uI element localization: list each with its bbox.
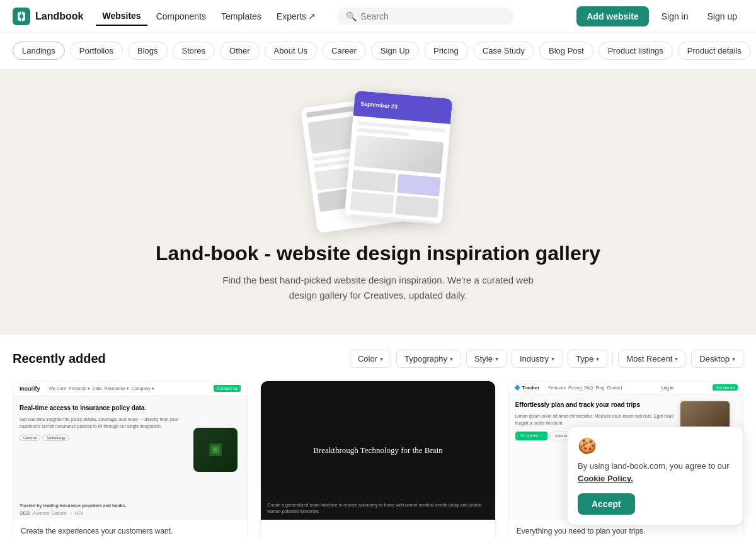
industry-filter-label: Industry bbox=[520, 354, 549, 363]
card1-logo: Insurify bbox=[20, 386, 40, 392]
most-recent-label: Most Recent bbox=[626, 354, 672, 363]
chevron-icon: ▾ bbox=[380, 355, 383, 362]
cookie-icon: 🍪 bbox=[578, 437, 733, 455]
nav-links: Websites Components Templates Experts ↗ bbox=[96, 7, 322, 26]
chevron-icon: ▾ bbox=[732, 355, 735, 362]
card1-heading: Real-time access to insurance policy dat… bbox=[20, 404, 184, 413]
card1-tags: General Technology bbox=[20, 435, 184, 441]
chevron-icon: ▾ bbox=[675, 355, 678, 362]
card-1-image: Insurify We CareProducts ▾DataResources … bbox=[13, 381, 247, 520]
mockup-front: September 23 bbox=[345, 91, 453, 225]
type-filter[interactable]: Type ▾ bbox=[568, 350, 607, 368]
nav-templates[interactable]: Templates bbox=[215, 8, 268, 25]
hero-section: September 23 Land-book - website design … bbox=[0, 69, 756, 335]
category-bar: Landings Portfolios Blogs Stores Other A… bbox=[0, 33, 756, 69]
card3-description: Lorem ipsum dolor sit amet consectetur. … bbox=[515, 413, 673, 426]
desktop-label: Desktop bbox=[699, 354, 730, 363]
filter-divider bbox=[612, 353, 613, 365]
type-filter-label: Type bbox=[576, 354, 593, 363]
search-icon: 🔍 bbox=[346, 11, 357, 21]
nav-right: Add website Sign in Sign up bbox=[576, 6, 743, 26]
color-filter-label: Color bbox=[358, 354, 377, 363]
cat-product-details[interactable]: Product details bbox=[678, 42, 751, 60]
hero-mockup: September 23 bbox=[309, 94, 447, 227]
cookie-accept-button[interactable]: Accept bbox=[578, 493, 635, 515]
navigation: Landbook Websites Components Templates E… bbox=[0, 0, 756, 33]
style-filter[interactable]: Style ▾ bbox=[466, 350, 507, 368]
card3-heading: Effortlessly plan and track your road tr… bbox=[515, 401, 673, 409]
logo[interactable]: Landbook bbox=[13, 8, 83, 25]
gallery-title: Recently added bbox=[13, 352, 106, 366]
card3-cta: Get started bbox=[713, 384, 738, 391]
cat-sign-up[interactable]: Sign Up bbox=[371, 42, 419, 60]
cat-pricing[interactable]: Pricing bbox=[424, 42, 468, 60]
nav-websites[interactable]: Websites bbox=[96, 7, 147, 26]
svg-rect-4 bbox=[214, 449, 217, 451]
color-filter[interactable]: Color ▾ bbox=[350, 350, 391, 368]
chevron-icon: ▾ bbox=[551, 355, 554, 362]
add-website-button[interactable]: Add website bbox=[576, 6, 648, 26]
chevron-icon: ▾ bbox=[495, 355, 498, 362]
style-filter-label: Style bbox=[474, 354, 493, 363]
typography-filter-label: Typography bbox=[404, 354, 447, 363]
cat-product-listings[interactable]: Product listings bbox=[598, 42, 673, 60]
most-recent-filter[interactable]: Most Recent ▾ bbox=[618, 350, 686, 368]
card-2-caption bbox=[261, 520, 495, 538]
card2-bottom: Create a generalized brain interface to … bbox=[261, 497, 495, 520]
industry-filter[interactable]: Industry ▾ bbox=[512, 350, 563, 368]
sign-up-button[interactable]: Sign up bbox=[701, 8, 743, 25]
search-bar[interactable]: 🔍 bbox=[337, 8, 513, 25]
card1-cta-btn: Contact us bbox=[214, 385, 241, 392]
cat-career[interactable]: Career bbox=[322, 42, 366, 60]
card3-logo: 🔷 Tracker bbox=[514, 385, 540, 391]
card-1-caption: Create the experiences your customers wa… bbox=[13, 520, 247, 538]
logo-text: Landbook bbox=[35, 11, 83, 22]
cat-case-study[interactable]: Case Study bbox=[473, 42, 534, 60]
cookie-text: By using land-book.com, you agree to our… bbox=[578, 460, 733, 484]
cat-blog-post[interactable]: Blog Post bbox=[539, 42, 593, 60]
cookie-banner: 🍪 By using land-book.com, you agree to o… bbox=[567, 426, 743, 525]
card1-description: Get real-time insights into policy detai… bbox=[20, 416, 184, 430]
card2-heading: Breakthrough Technology for the Brain bbox=[301, 445, 455, 455]
cat-landings[interactable]: Landings bbox=[13, 42, 65, 60]
card1-nav-links: We CareProducts ▾DataResources ▾Company … bbox=[49, 386, 154, 391]
cat-about-us[interactable]: About Us bbox=[265, 42, 317, 60]
hero-title: Land-book - website design inspiration g… bbox=[156, 242, 600, 265]
gallery-header: Recently added Color ▾ Typography ▾ Styl… bbox=[13, 350, 743, 368]
nav-experts[interactable]: Experts ↗ bbox=[270, 8, 322, 25]
gallery-card-1[interactable]: Insurify We CareProducts ▾DataResources … bbox=[13, 381, 248, 538]
chevron-icon: ▾ bbox=[450, 355, 453, 362]
card1-visual bbox=[190, 404, 241, 496]
sign-in-button[interactable]: Sign in bbox=[655, 8, 695, 25]
card-2-image: Breakthrough Technology for the Brain Cr… bbox=[261, 381, 495, 520]
search-input[interactable] bbox=[360, 11, 505, 21]
filter-row: Color ▾ Typography ▾ Style ▾ Industry ▾ … bbox=[350, 350, 743, 368]
cat-blogs[interactable]: Blogs bbox=[128, 42, 168, 60]
cat-other[interactable]: Other bbox=[220, 42, 260, 60]
card1-logos: SEB Avanza Stabelo ~ HDI bbox=[13, 510, 247, 520]
nav-components[interactable]: Components bbox=[150, 8, 212, 25]
chevron-icon: ▾ bbox=[596, 355, 599, 362]
desktop-filter[interactable]: Desktop ▾ bbox=[691, 350, 743, 368]
cookie-policy-link[interactable]: Cookie Policy. bbox=[578, 474, 633, 483]
gallery-card-2[interactable]: Breakthrough Technology for the Brain Cr… bbox=[260, 381, 495, 538]
cat-stores[interactable]: Stores bbox=[173, 42, 215, 60]
cat-portfolios[interactable]: Portfolios bbox=[70, 42, 123, 60]
logo-icon bbox=[13, 8, 30, 25]
hero-description: Find the best hand-picked website design… bbox=[220, 273, 536, 303]
typography-filter[interactable]: Typography ▾ bbox=[396, 350, 461, 368]
svg-point-1 bbox=[20, 14, 23, 18]
